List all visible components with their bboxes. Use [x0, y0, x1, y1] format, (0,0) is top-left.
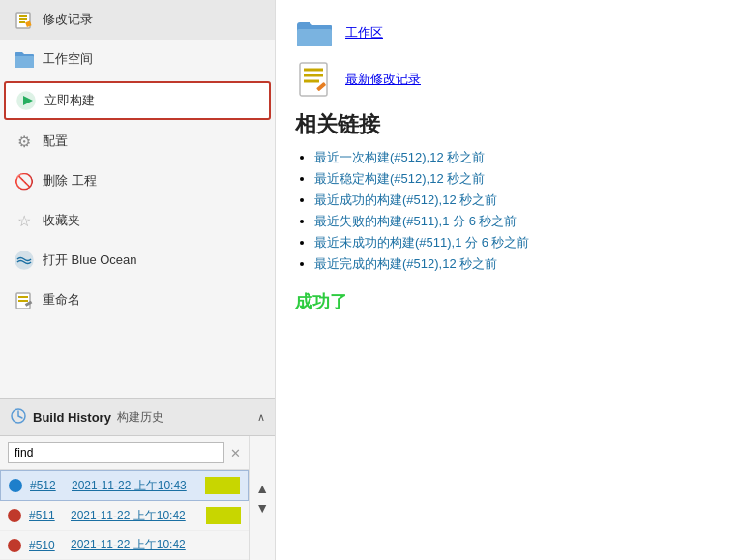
build-number-510[interactable]: #510: [29, 539, 63, 552]
list-item: 最近稳定构建(#512),12 秒之前: [314, 170, 720, 188]
link-completed-build[interactable]: 最近完成的构建(#512),12 秒之前: [314, 256, 497, 271]
build-history-title-en: Build History: [33, 410, 111, 425]
sidebar-item-blue-ocean[interactable]: 打开 Blue Ocean: [0, 241, 275, 280]
history-icon: [10, 407, 27, 427]
sidebar-menu: 修改记录 工作空间 立即构建 ⚙ 配置: [0, 0, 275, 398]
build-date-512: 2021-11-22 上午10:43: [72, 478, 197, 494]
star-icon: ☆: [14, 210, 35, 231]
build-history-title-cn: 构建历史: [117, 409, 163, 426]
changelog-row: 最新修改记录: [295, 62, 720, 97]
build-status-511: [8, 509, 21, 522]
changelog-link[interactable]: 最新修改记录: [345, 71, 421, 88]
sidebar-item-blue-ocean-label: 打开 Blue Ocean: [43, 251, 137, 269]
build-status-512: [9, 479, 22, 492]
sidebar-item-build-now[interactable]: 立即构建: [4, 81, 271, 120]
ocean-icon: [14, 250, 35, 271]
scroll-arrows: ▲ ▼: [249, 436, 275, 560]
changelog-icon: [295, 62, 334, 97]
build-tag-512: [205, 477, 240, 494]
sidebar-item-changelog-label: 修改记录: [43, 11, 93, 28]
related-links-list: 最近一次构建(#512),12 秒之前 最近稳定构建(#512),12 秒之前 …: [295, 149, 720, 273]
build-search-row: ✕: [0, 436, 249, 470]
svg-rect-5: [15, 56, 34, 68]
delete-icon: 🚫: [14, 170, 35, 192]
sidebar-item-workspace-label: 工作空间: [43, 50, 93, 68]
link-last-build[interactable]: 最近一次构建(#512),12 秒之前: [314, 150, 485, 164]
sidebar-item-favorite-label: 收藏夹: [43, 212, 80, 229]
link-failed-build[interactable]: 最近失败的构建(#511),1 分 6 秒之前: [314, 214, 517, 228]
link-unsuccessful-build[interactable]: 最近未成功的构建(#511),1 分 6 秒之前: [314, 235, 530, 250]
build-item-510[interactable]: #510 2021-11-22 上午10:42: [0, 531, 249, 560]
sidebar-item-rename[interactable]: 重命名: [0, 280, 275, 320]
sidebar-item-build-now-label: 立即构建: [44, 92, 95, 109]
related-links-section: 相关链接 最近一次构建(#512),12 秒之前 最近稳定构建(#512),12…: [295, 110, 720, 273]
sidebar-item-config[interactable]: ⚙ 配置: [0, 122, 275, 162]
build-number-511[interactable]: #511: [29, 509, 63, 522]
list-item: 最近未成功的构建(#511),1 分 6 秒之前: [314, 234, 720, 251]
build-tag-511: [206, 507, 241, 524]
scroll-down-btn[interactable]: ▼: [255, 500, 269, 516]
build-history-collapse-btn[interactable]: ∧: [257, 411, 265, 424]
build-list: ✕ #512 2021-11-22 上午10:43 #511 2021-11-2…: [0, 436, 249, 560]
sidebar-item-delete[interactable]: 🚫 删除 工程: [0, 162, 275, 201]
build-status-510: [8, 539, 21, 552]
link-stable-build[interactable]: 最近稳定构建(#512),12 秒之前: [314, 171, 485, 186]
link-successful-build[interactable]: 最近成功的构建(#512),12 秒之前: [314, 192, 497, 207]
build-item-512[interactable]: #512 2021-11-22 上午10:43: [0, 470, 249, 501]
scroll-up-btn[interactable]: ▲: [255, 481, 269, 496]
build-search-input[interactable]: [8, 442, 224, 463]
workspace-row: 工作区: [295, 15, 720, 50]
build-icon: [15, 90, 37, 111]
build-number-512[interactable]: #512: [30, 479, 64, 492]
workspace-link[interactable]: 工作区: [345, 24, 383, 42]
sidebar-item-delete-label: 删除 工程: [43, 172, 97, 190]
list-item: 最近一次构建(#512),12 秒之前: [314, 149, 720, 166]
build-date-511: 2021-11-22 上午10:42: [71, 508, 198, 524]
sidebar-item-favorite[interactable]: ☆ 收藏夹: [0, 201, 275, 241]
sidebar-item-config-label: 配置: [43, 133, 68, 150]
success-text: 成功了: [295, 290, 720, 313]
gear-icon: ⚙: [14, 131, 35, 152]
pencil-icon: [14, 9, 35, 30]
build-search-clear-btn[interactable]: ✕: [230, 446, 241, 460]
sidebar-item-rename-label: 重命名: [43, 291, 80, 309]
rename-icon: [14, 289, 35, 310]
svg-rect-15: [300, 63, 327, 96]
build-list-and-arrows: ✕ #512 2021-11-22 上午10:43 #511 2021-11-2…: [0, 436, 275, 560]
build-item-511[interactable]: #511 2021-11-22 上午10:42: [0, 501, 249, 531]
workspace-folder-icon: [295, 15, 334, 50]
main-content: 工作区 最新修改记录 相关链接 最近一次构建(#512),12 秒之前: [276, 0, 739, 560]
list-item: 最近成功的构建(#512),12 秒之前: [314, 192, 720, 209]
sidebar-item-changelog[interactable]: 修改记录: [0, 0, 275, 40]
list-item: 最近失败的构建(#511),1 分 6 秒之前: [314, 213, 720, 230]
sidebar: 修改记录 工作空间 立即构建 ⚙ 配置: [0, 0, 276, 560]
section-title: 相关链接: [295, 110, 720, 139]
build-date-510: 2021-11-22 上午10:42: [71, 537, 241, 553]
sidebar-item-workspace[interactable]: 工作空间: [0, 40, 275, 79]
svg-rect-14: [297, 29, 332, 46]
list-item: 最近完成的构建(#512),12 秒之前: [314, 255, 720, 273]
build-history-header: Build History 构建历史 ∧: [0, 399, 275, 436]
build-history-section: Build History 构建历史 ∧ ✕ #512 2021-11-22 上…: [0, 398, 275, 560]
folder-icon: [14, 48, 35, 70]
build-history-header-left: Build History 构建历史: [10, 407, 163, 427]
